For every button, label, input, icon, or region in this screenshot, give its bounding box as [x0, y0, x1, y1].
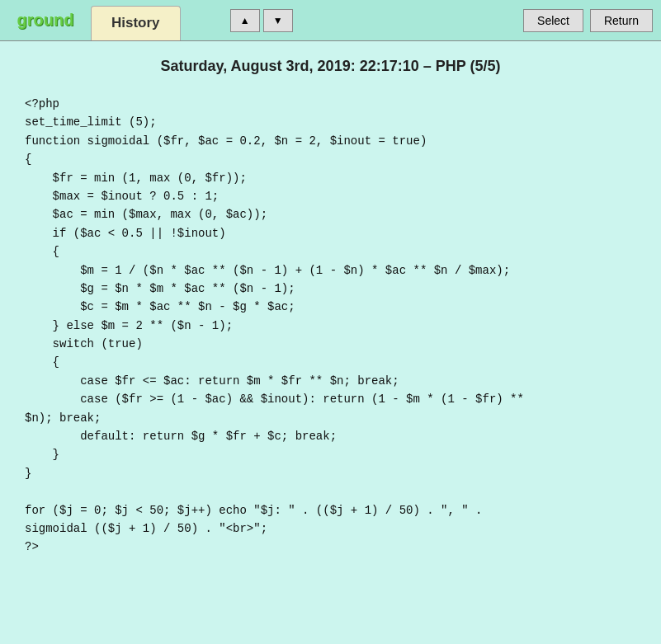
history-tab-label: History: [111, 15, 160, 31]
code-block: <?php set_time_limit (5); function sigmo…: [25, 95, 636, 557]
nav-up-icon: ▲: [240, 15, 250, 26]
select-button[interactable]: Select: [523, 9, 583, 32]
logo-area: ground: [0, 7, 91, 33]
nav-buttons: ▲ ▼: [230, 9, 293, 32]
nav-down-button[interactable]: ▼: [263, 9, 293, 32]
nav-down-icon: ▼: [273, 15, 283, 26]
action-buttons: Select Return: [523, 9, 653, 32]
logo-text: ground: [17, 11, 74, 30]
return-button[interactable]: Return: [590, 9, 653, 32]
nav-up-button[interactable]: ▲: [230, 9, 260, 32]
top-bar: ground History ▲ ▼ Select Return: [0, 0, 661, 41]
main-content: Saturday, August 3rd, 2019: 22:17:10 – P…: [0, 41, 661, 644]
history-tab[interactable]: History: [91, 6, 181, 40]
date-header: Saturday, August 3rd, 2019: 22:17:10 – P…: [25, 58, 636, 75]
